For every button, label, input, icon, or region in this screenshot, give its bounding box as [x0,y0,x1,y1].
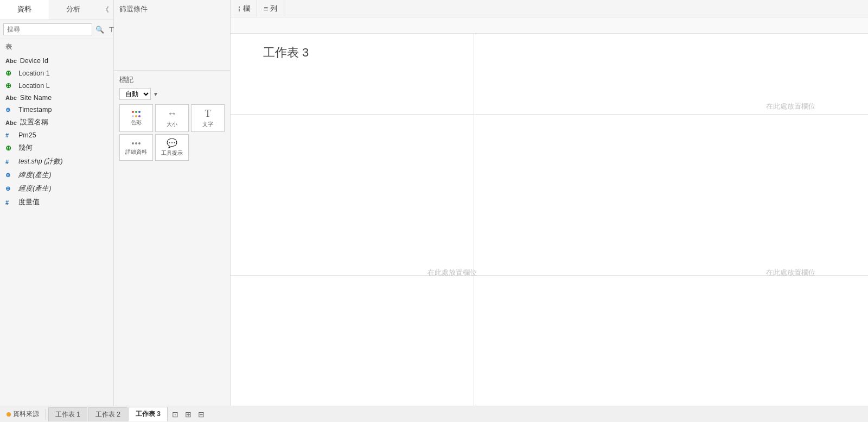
tab-analysis[interactable]: 分析 [49,0,98,20]
grid-line-v [474,34,474,406]
type-icon-globe: ⊕ [5,172,15,179]
marks-type-select[interactable]: 自動 [119,88,151,100]
type-icon-abc: Abc [5,58,17,64]
dot [138,111,141,113]
main-row: 資料 分析 《 🔍 ⊤ ⊞ 表 Abc Device Id ⊕ [0,0,868,406]
type-icon-geo: ⊕ [5,81,15,90]
item-label: 度量值 [18,198,40,207]
left-panel-collapse[interactable]: 《 [98,0,113,20]
marks-tooltip-label: 工具提示 [161,149,183,157]
search-input[interactable] [3,23,92,35]
middle-panel: 篩選條件 標記 自動 ▼ [114,0,231,406]
type-icon-globe: ⊕ [5,185,15,192]
marks-section: 標記 自動 ▼ [114,71,230,167]
sheet-title: 工作表 3 [263,45,309,61]
drop-placeholder-bottom-left[interactable]: 在此處放置欄位 [427,268,477,278]
item-label: Location L [18,82,50,90]
drop-placeholder-top-right[interactable]: 在此處放置欄位 [766,102,815,111]
sheet-tab-1[interactable]: 工作表 1 [48,407,87,421]
item-label: 幾何 [18,143,33,153]
list-item[interactable]: ⊕ 緯度(產生) [0,168,113,182]
marks-grid: 色彩 ↔ 大小 T 文字 [119,104,225,161]
item-label: test.shp (計數) [18,157,63,166]
type-icon-globe: ⊕ [5,106,15,114]
sheet-tab-3[interactable]: 工作表 3 [129,407,168,421]
marks-color-label: 色彩 [131,119,142,127]
item-label: Device Id [20,57,48,65]
app-container: 資料 分析 《 🔍 ⊤ ⊞ 表 Abc Device Id ⊕ [0,0,868,422]
search-icon[interactable]: 🔍 [94,24,105,35]
list-item[interactable]: Abc Site Name [0,92,113,104]
data-source-item[interactable]: 資料來源 [2,410,43,419]
bottom-bar: 資料來源 工作表 1 工作表 2 工作表 3 ⊡ ⊞ ⊟ [0,406,868,422]
detail-icon [131,140,141,147]
marks-title: 標記 [119,75,225,85]
toolbar-spacer [284,0,868,17]
list-item[interactable]: ⊕ 經度(產生) [0,182,113,196]
list-item[interactable]: ⊕ Location 1 [0,67,113,79]
col-row-bar [231,17,868,34]
left-panel-header: 資料 分析 《 [0,0,113,20]
add-sheet-button[interactable]: ⊡ [169,409,182,420]
type-icon-abc: Abc [5,95,17,101]
sheet-tab-2[interactable]: 工作表 2 [88,407,127,421]
right-area: ⫶ 欄 ≡ 列 工作表 3 [231,0,868,406]
type-icon-num: # [5,159,15,165]
data-source-label: 資料來源 [13,410,39,419]
filter-section: 篩選條件 [114,0,230,71]
item-label: 設置名稱 [20,118,48,127]
color-dots-icon [131,110,141,118]
left-panel: 資料 分析 《 🔍 ⊤ ⊞ 表 Abc Device Id ⊕ [0,0,114,406]
list-item[interactable]: ⊕ Location L [0,79,113,92]
columns-label: 欄 [243,4,250,14]
data-items-list: Abc Device Id ⊕ Location 1 ⊕ Location L … [0,55,113,209]
marks-size-label: 大小 [167,121,177,128]
rows-button[interactable]: ≡ 列 [257,0,284,17]
tooltip-icon: 💬 [167,138,177,148]
list-item[interactable]: # Pm25 [0,129,113,141]
marks-dropdown-arrow: ▼ [153,91,158,97]
list-item[interactable]: # 度量值 [0,196,113,209]
type-icon-geo: ⊕ [5,69,15,77]
tab-data[interactable]: 資料 [0,0,49,20]
columns-icon: ⫶ [237,4,241,13]
data-section-label: 表 [0,39,113,55]
list-item[interactable]: Abc Device Id [0,55,113,67]
drop-placeholder-bottom-right[interactable]: 在此處放置欄位 [766,268,815,278]
dot [138,115,141,117]
marks-tooltip-button[interactable]: 💬 工具提示 [155,134,189,161]
item-label: Timestamp [18,106,52,114]
remove-sheet-button[interactable]: ⊟ [195,409,208,420]
duplicate-sheet-button[interactable]: ⊞ [182,409,195,420]
marks-size-button[interactable]: ↔ 大小 [155,104,189,132]
canvas-area: 工作表 3 在此處放置欄位 在此處放置欄位 在此處放置欄位 [231,34,868,406]
columns-button[interactable]: ⫶ 欄 [231,0,257,17]
marks-text-label: 文字 [202,121,213,128]
type-icon-num: # [5,132,15,138]
marks-text-button[interactable]: T 文字 [191,104,225,132]
list-item[interactable]: Abc 設置名稱 [0,116,113,129]
item-label: 緯度(產生) [18,171,51,180]
item-label: 經度(產生) [18,184,51,193]
rows-icon: ≡ [264,4,268,13]
dot [132,115,134,117]
item-label: Location 1 [18,70,50,77]
list-item[interactable]: ⊕ 幾何 [0,141,113,155]
dot [135,111,137,113]
list-item[interactable]: ⊕ Timestamp [0,104,113,116]
tab-divider [46,409,46,420]
type-icon-abc: Abc [5,119,17,126]
text-icon: T [205,108,211,119]
left-panel-search: 🔍 ⊤ ⊞ [0,20,113,39]
top-toolbar: ⫶ 欄 ≡ 列 [231,0,868,17]
marks-dropdown: 自動 ▼ [119,88,225,100]
filter-title: 篩選條件 [119,4,225,14]
dot [132,111,134,113]
marks-color-button[interactable]: 色彩 [119,104,153,132]
marks-detail-label: 詳細資料 [125,148,147,156]
type-icon-geo: ⊕ [5,144,15,152]
list-item[interactable]: # test.shp (計數) [0,155,113,168]
grid-line-h-top [231,114,868,115]
marks-detail-button[interactable]: 詳細資料 [119,134,153,161]
item-label: Site Name [20,94,52,102]
